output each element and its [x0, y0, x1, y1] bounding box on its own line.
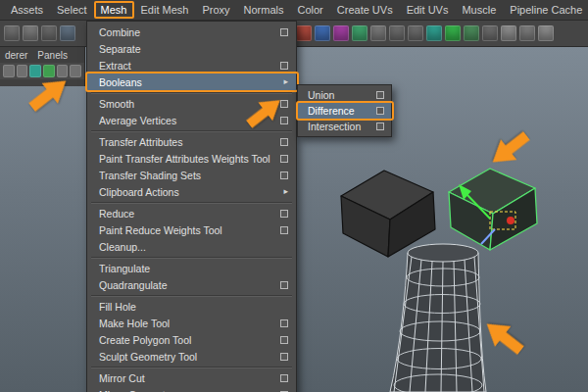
grid-display-icon[interactable]	[23, 25, 38, 41]
menubar-item[interactable]: Edit UVs	[400, 1, 456, 19]
menu-item[interactable]: Fill Hole	[87, 298, 296, 315]
menu-item[interactable]: Make Hole Tool	[87, 315, 296, 331]
input-connections-icon[interactable]	[389, 25, 405, 41]
option-box-icon[interactable]	[280, 172, 288, 179]
option-box-icon[interactable]	[280, 155, 288, 163]
menu-item[interactable]: Quadrangulate	[87, 276, 296, 293]
submenu-item[interactable]: Intersection	[298, 119, 391, 134]
make-object-live-icon[interactable]	[370, 25, 386, 41]
option-box-icon[interactable]	[280, 210, 288, 218]
menu-item[interactable]: Create Polygon Tool	[87, 331, 296, 348]
menu-item[interactable]: Clipboard Actions	[87, 183, 296, 200]
menu-item-label: Create Polygon Tool	[99, 334, 272, 346]
menu-item-label: Transfer Attributes	[99, 136, 272, 148]
menu-item-label: Fill Hole	[99, 301, 288, 313]
menu-item[interactable]: Transfer Attributes	[87, 133, 296, 150]
menu-item-label: Extract	[99, 60, 272, 72]
dark-cube	[341, 171, 435, 257]
field-chart-icon[interactable]	[70, 65, 81, 77]
option-box-icon[interactable]	[280, 281, 288, 289]
menu-item[interactable]: Paint Reduce Weights Tool	[87, 221, 296, 238]
menu-item-label: Mirror Geometry	[99, 389, 272, 392]
submenu-item-label: Difference	[308, 105, 368, 117]
snap-to-points-icon[interactable]	[333, 25, 349, 41]
submenu-item-label: Intersection	[308, 121, 368, 132]
option-box-icon[interactable]	[376, 107, 384, 115]
menu-item-label: Booleans	[99, 76, 275, 88]
menubar-item[interactable]: Mesh	[94, 1, 134, 19]
menubar-item-label: Select	[57, 4, 87, 16]
menubar-item-label: Mesh	[101, 4, 127, 16]
option-box-icon[interactable]	[280, 62, 288, 70]
snap-mode-icon[interactable]	[60, 25, 75, 41]
snap-to-grids-icon[interactable]	[296, 25, 312, 41]
menu-item-label: Triangulate	[99, 263, 288, 274]
menu-item[interactable]: Combine	[87, 24, 296, 40]
menu-item-label: Transfer Shading Sets	[99, 170, 272, 181]
menubar-item[interactable]: Select	[50, 1, 94, 19]
menu-item[interactable]: Triangulate	[87, 260, 296, 276]
option-box-icon[interactable]	[376, 122, 384, 130]
construction-history-icon[interactable]	[426, 25, 442, 41]
menu-item[interactable]: Booleans	[87, 74, 296, 90]
menubar-item[interactable]: Proxy	[195, 1, 236, 19]
output-connections-icon[interactable]	[408, 25, 423, 41]
submenu-item[interactable]: Union	[298, 87, 391, 103]
menubar-item-label: Edit Mesh	[141, 4, 189, 16]
paint-effects-icon[interactable]	[519, 25, 535, 41]
booleans-submenu: Union Difference Intersection	[297, 84, 392, 137]
menu-item-label: Mirror Cut	[99, 372, 272, 384]
select-camera-icon[interactable]	[3, 65, 15, 77]
option-box-icon[interactable]	[280, 374, 288, 382]
option-box-icon[interactable]	[280, 353, 288, 361]
menubar-item[interactable]: Normals	[237, 1, 291, 19]
menu-item[interactable]: Cleanup...	[87, 238, 296, 255]
mesh-menu: Combine Separate Extract Booleans Smooth	[86, 21, 297, 392]
menubar-item-label: Muscle	[462, 4, 496, 16]
option-box-icon[interactable]	[280, 226, 288, 234]
menubar-item[interactable]: Muscle	[455, 1, 503, 19]
panel-toolbar-icons	[0, 63, 84, 79]
menu-item[interactable]: Separate	[87, 40, 296, 57]
option-box-icon[interactable]	[376, 91, 384, 99]
menubar-item[interactable]: Pipeline Cache	[503, 1, 588, 19]
snap-to-planes-icon[interactable]	[352, 25, 368, 41]
menubar-item[interactable]: Color	[291, 1, 330, 19]
render-current-frame-icon[interactable]	[464, 25, 479, 41]
toolbox-icon[interactable]	[538, 25, 554, 41]
status-line-right-icons	[296, 25, 554, 41]
menu-item[interactable]: Extract	[87, 57, 296, 74]
film-gate-icon[interactable]	[29, 65, 41, 77]
open-render-view-icon[interactable]	[445, 25, 461, 41]
menubar-item-label: Edit UVs	[407, 4, 449, 16]
panels-menu-label[interactable]: Panels	[37, 50, 68, 61]
menu-item-label: Smooth	[99, 98, 272, 110]
menubar-item-label: Normals	[244, 4, 284, 16]
scene-hierarchy-icon[interactable]	[4, 25, 20, 41]
menu-item[interactable]: Sculpt Geometry Tool	[87, 348, 296, 365]
option-box-icon[interactable]	[280, 319, 288, 327]
menu-item-label: Reduce	[99, 208, 272, 220]
option-box-icon[interactable]	[280, 336, 288, 344]
menu-item[interactable]: Mirror Cut	[87, 369, 296, 386]
menu-item[interactable]: Mirror Geometry	[87, 386, 296, 392]
menu-item[interactable]: Reduce	[87, 205, 296, 221]
render-settings-icon[interactable]	[501, 25, 516, 41]
option-box-icon[interactable]	[280, 117, 288, 124]
menu-item-label: Paint Transfer Attributes Weights Tool	[99, 153, 272, 165]
menubar-item[interactable]: Assets	[4, 1, 50, 19]
manipulator-x-handle[interactable]	[507, 217, 514, 224]
menu-item[interactable]: Transfer Shading Sets	[87, 167, 296, 183]
snap-to-curves-icon[interactable]	[315, 25, 330, 41]
option-box-icon[interactable]	[280, 138, 288, 146]
menu-item-label: Quadrangulate	[99, 279, 272, 291]
option-box-icon[interactable]	[280, 28, 288, 36]
grid-toggle-icon[interactable]	[17, 65, 28, 77]
submenu-item[interactable]: Difference	[298, 103, 391, 119]
menubar-item[interactable]: Edit Mesh	[134, 1, 196, 19]
menubar-item[interactable]: Create UVs	[330, 1, 400, 19]
selection-mask-icon[interactable]	[41, 25, 57, 41]
ipr-render-icon[interactable]	[482, 25, 498, 41]
menu-item[interactable]: Paint Transfer Attributes Weights Tool	[87, 150, 296, 167]
renderer-menu-label[interactable]: derer	[5, 50, 27, 61]
